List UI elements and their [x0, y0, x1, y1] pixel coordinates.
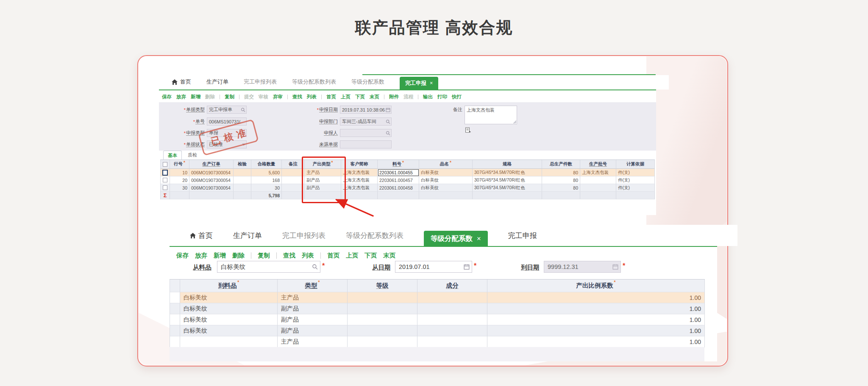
- remark-note-icon[interactable]: [465, 127, 472, 134]
- column-header-total_pcs[interactable]: 总生产件数: [542, 160, 580, 169]
- bottom-list-button[interactable]: 列表: [302, 252, 314, 260]
- column-header-grade[interactable]: 等级: [348, 280, 417, 292]
- bottom-find-button[interactable]: 查找: [283, 252, 295, 260]
- to-date-input[interactable]: 9999.12.31: [544, 261, 621, 273]
- top-unaudit-button[interactable]: 弃审: [273, 94, 283, 100]
- grid-row[interactable]: 主产品1.00: [170, 336, 705, 347]
- column-header-item_name[interactable]: 品名*: [419, 160, 473, 169]
- tab-completion-report[interactable]: 完工申报×: [400, 77, 438, 90]
- column-header-inspection[interactable]: 检验: [234, 160, 251, 169]
- top-last-button[interactable]: 末页: [370, 94, 379, 100]
- column-header-component[interactable]: 成分: [417, 280, 487, 292]
- bottom-prev-button[interactable]: 上页: [346, 252, 358, 260]
- column-header-item_no[interactable]: 料号*: [378, 160, 419, 169]
- header-checkbox[interactable]: [163, 162, 167, 167]
- declare-dept-input[interactable]: 车间三-成品车间: [340, 117, 392, 126]
- column-header-qualified_qty[interactable]: 合格数量: [251, 160, 282, 169]
- tab-production-order[interactable]: 生产订单: [233, 231, 262, 246]
- from-item-input[interactable]: 白标美纹: [217, 261, 320, 273]
- column-header-customer[interactable]: 客户简称: [341, 160, 378, 169]
- column-header-type[interactable]: 类型*: [278, 280, 348, 292]
- bottom-last-button[interactable]: 末页: [383, 252, 395, 260]
- row-checkbox[interactable]: [162, 170, 168, 176]
- tab-grade-coefficient[interactable]: 等级分配系数×: [424, 231, 488, 246]
- calendar-icon[interactable]: [464, 264, 470, 270]
- top-copy-button[interactable]: 复制: [225, 94, 234, 100]
- tab-completion-report[interactable]: 完工申报: [508, 231, 537, 246]
- search-icon[interactable]: [241, 107, 245, 112]
- cell-mo_no: 006MO1907300054: [189, 184, 234, 192]
- top-quick-print-button[interactable]: 快打: [452, 94, 462, 100]
- column-label: 检验: [238, 161, 247, 167]
- top-find-button[interactable]: 查找: [292, 94, 302, 100]
- grid-row[interactable]: 白标美纹主产品1.00: [170, 292, 705, 303]
- grid-row[interactable]: 30006MO190730005430副产品上海文杰包装2203061.0004…: [161, 184, 655, 192]
- column-header-output_type[interactable]: 产出类型*: [305, 160, 341, 169]
- column-header-line_no[interactable]: 行号*: [170, 160, 189, 169]
- cell-spec: 307G/45*34.5M/70R/红色: [473, 184, 542, 192]
- tab-grade-coefficient-list[interactable]: 等级分配系数列表: [292, 78, 336, 90]
- declarant-label: 申报人: [324, 130, 338, 136]
- grid-row[interactable]: 白标美纹副产品1.00: [170, 303, 705, 314]
- cell-output_ratio: 1.00: [487, 336, 705, 347]
- remark-textarea[interactable]: 上海文杰包装: [465, 106, 517, 124]
- declare-date-input[interactable]: 2019.07.31 10:38:06: [340, 106, 392, 114]
- tab-grade-coefficient[interactable]: 等级分配系数: [351, 78, 384, 90]
- subtab-basic[interactable]: 基本: [163, 151, 182, 159]
- cell-gutter: [170, 336, 180, 347]
- cell-item_no: 2203061.000455: [378, 169, 419, 176]
- column-header-remark[interactable]: 备注: [282, 160, 305, 169]
- top-prev-button[interactable]: 上页: [341, 94, 351, 100]
- search-icon[interactable]: [312, 264, 318, 270]
- column-label: 计算依据: [626, 161, 644, 167]
- top-print-button[interactable]: 打印: [437, 94, 447, 100]
- declarant-input[interactable]: [340, 129, 392, 137]
- tab-home[interactable]: 首页: [172, 78, 191, 90]
- cell-item_name: 白标美纹: [419, 169, 473, 176]
- tab-production-order[interactable]: 生产订单: [206, 78, 228, 90]
- cell-grade: [348, 336, 417, 347]
- top-attachment-button[interactable]: 附件: [389, 94, 399, 100]
- top-discard-button[interactable]: 放弃: [176, 94, 186, 100]
- tab-close-icon[interactable]: ×: [430, 77, 433, 90]
- column-label: 生产批号: [589, 161, 607, 167]
- bottom-delete-button[interactable]: 删除: [232, 252, 245, 260]
- column-header-output_ratio[interactable]: 产出比例系数*: [487, 280, 705, 292]
- top-first-button[interactable]: 首页: [326, 94, 336, 100]
- tab-grade-coefficient-list[interactable]: 等级分配系数列表: [346, 231, 403, 246]
- bottom-add-button[interactable]: 新增: [214, 252, 226, 260]
- top-list-button[interactable]: 列表: [307, 94, 317, 100]
- column-header-calc_basis[interactable]: 计算依据: [616, 160, 655, 169]
- bottom-discard-button[interactable]: 放弃: [195, 252, 207, 260]
- tab-completion-report-list[interactable]: 完工申报列表: [244, 78, 277, 90]
- grid-row[interactable]: 白标美纹副产品1.00: [170, 314, 705, 325]
- top-add-button[interactable]: 新增: [191, 94, 200, 100]
- column-header-to_item[interactable]: 到料品*: [180, 280, 278, 292]
- from-date-input[interactable]: 2019.07.01: [395, 261, 472, 273]
- column-header-batch_no[interactable]: 生产批号: [580, 160, 616, 169]
- subtab-quality[interactable]: 质检: [184, 151, 201, 159]
- source-doc-input[interactable]: [340, 140, 392, 148]
- bottom-next-button[interactable]: 下页: [364, 252, 377, 260]
- bottom-copy-button[interactable]: 复制: [258, 252, 270, 260]
- search-icon[interactable]: [386, 119, 390, 124]
- tab-home[interactable]: 首页: [190, 231, 213, 246]
- row-checkbox[interactable]: [163, 185, 167, 190]
- calendar-icon[interactable]: [386, 107, 390, 112]
- tab-completion-report-list[interactable]: 完工申报列表: [282, 231, 326, 246]
- bottom-save-button[interactable]: 保存: [176, 252, 189, 260]
- column-header-spec[interactable]: 规格: [473, 160, 542, 169]
- cell-to_item: [180, 336, 278, 347]
- search-icon[interactable]: [386, 131, 390, 135]
- top-save-button[interactable]: 保存: [162, 94, 172, 100]
- top-output-button[interactable]: 输出: [423, 94, 433, 100]
- bottom-first-button[interactable]: 首页: [327, 252, 339, 260]
- doc-type-input[interactable]: 完工申报单: [207, 106, 247, 114]
- grid-row[interactable]: 白标美纹副产品1.00: [170, 325, 705, 336]
- top-next-button[interactable]: 下页: [355, 94, 365, 100]
- grid-row[interactable]: 10006MO19073000545,600主产品上海文杰包装2203061.0…: [161, 169, 655, 176]
- grid-row[interactable]: 20006MO1907300054168副产品上海文杰包装2203061.000…: [161, 176, 655, 184]
- tab-close-icon[interactable]: ×: [477, 231, 481, 246]
- column-header-mo_no[interactable]: 生产订单: [189, 160, 234, 169]
- row-checkbox[interactable]: [163, 178, 167, 182]
